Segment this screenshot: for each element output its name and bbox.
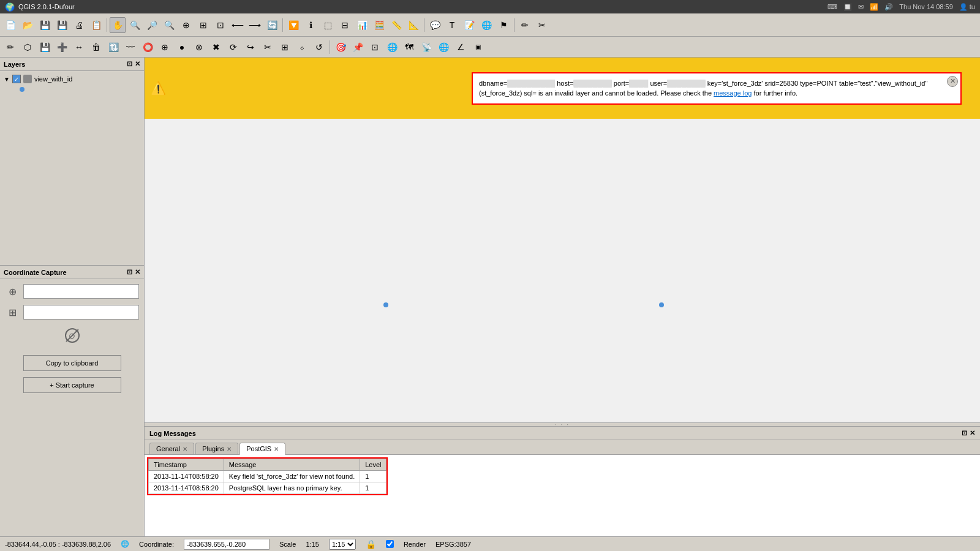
zoom-in-button[interactable]: 🔎: [144, 17, 160, 33]
delete-selected-button[interactable]: 🗑: [88, 39, 104, 55]
zoom-next-button[interactable]: ⟶: [247, 17, 263, 33]
layer-expand-arrow[interactable]: ▼: [4, 76, 10, 83]
form-annotation-button[interactable]: 📝: [461, 17, 477, 33]
log-messages-panel: Log Messages ⊡ ✕ General ✕ Plugins ✕ Pos…: [145, 426, 980, 536]
zoom-extent-button[interactable]: ⊕: [178, 17, 194, 33]
coord-input-2[interactable]: [23, 305, 139, 320]
start-capture-button[interactable]: + Start capture: [23, 377, 121, 393]
refresh-button[interactable]: 🔄: [264, 17, 280, 33]
offset-curve-button[interactable]: ↪: [243, 39, 258, 55]
rotate-feature-button[interactable]: 🔃: [105, 39, 121, 55]
reshape-button[interactable]: ⟳: [225, 39, 241, 55]
wkt-button[interactable]: 🌐: [384, 39, 400, 55]
split-button[interactable]: ✂: [260, 39, 276, 55]
delete-part-button[interactable]: ✖: [208, 39, 224, 55]
fieldcalc-button[interactable]: 🧮: [371, 17, 387, 33]
scale-select[interactable]: 1:15: [329, 539, 356, 550]
tab-postgis[interactable]: PostGIS ✕: [239, 443, 285, 455]
coordinate-capture-panel: Coordinate Capture ⊡ ✕ ⊕ ⊞ ⊘ Copy: [0, 266, 144, 536]
error-close-button[interactable]: ✕: [947, 76, 958, 87]
move-feature-button[interactable]: ↔: [71, 39, 87, 55]
add-feature-button[interactable]: ➕: [54, 39, 70, 55]
layer-checkbox[interactable]: ✓: [12, 75, 21, 83]
simplify-feature-button[interactable]: 〰: [123, 39, 138, 55]
save-button[interactable]: 💾: [37, 17, 53, 33]
log-close-icon[interactable]: ✕: [970, 429, 975, 437]
digitize-button[interactable]: ✏: [2, 39, 18, 55]
snap-button[interactable]: 🎯: [333, 39, 349, 55]
wkt2-button[interactable]: 🗺: [401, 39, 417, 55]
add-part-button[interactable]: ⊕: [157, 39, 173, 55]
svg-annotation-button[interactable]: ⚑: [496, 17, 511, 33]
html-annotation-button[interactable]: 🌐: [478, 17, 494, 33]
wifi-icon: 📶: [870, 3, 878, 11]
zoom-layer-button[interactable]: ⊞: [195, 17, 211, 33]
delete-ring-button[interactable]: ⊗: [191, 39, 207, 55]
layers-close-icon[interactable]: ✕: [135, 60, 140, 68]
status-coordinates: -833644.44,-0.05 : -833639.88,2.06: [5, 541, 111, 548]
georef-button[interactable]: 📡: [418, 39, 434, 55]
print-button[interactable]: 🖨: [71, 17, 87, 33]
label-button[interactable]: ▣: [470, 39, 486, 55]
coord-float-icon[interactable]: ⊡: [127, 268, 132, 276]
fill-ring-button[interactable]: ●: [174, 39, 190, 55]
annotation-button[interactable]: 💬: [427, 17, 443, 33]
composer-button[interactable]: 📋: [88, 17, 104, 33]
no-click-row: ⊘: [65, 328, 80, 343]
layers-float-icon[interactable]: ⊡: [127, 60, 132, 68]
rotate-point-button[interactable]: ↺: [311, 39, 327, 55]
copy-to-clipboard-button[interactable]: Copy to clipboard: [23, 355, 121, 371]
table-row: 2013-11-14T08:58:20 PostgreSQL layer has…: [149, 482, 386, 494]
open-button[interactable]: 📂: [20, 17, 36, 33]
angle-button[interactable]: ∠: [453, 39, 469, 55]
layers-header-icons: ⊡ ✕: [127, 60, 140, 68]
coord-input-1[interactable]: [23, 284, 139, 299]
attributes-button[interactable]: 📊: [354, 17, 370, 33]
text-annotation-button[interactable]: T: [444, 17, 460, 33]
save-as-button[interactable]: 💾: [54, 17, 70, 33]
measure-area-button[interactable]: 📐: [405, 17, 421, 33]
layer-name[interactable]: view_with_id: [34, 75, 72, 83]
measure-button[interactable]: 📏: [388, 17, 404, 33]
edit-button[interactable]: ✏: [517, 17, 533, 33]
edit-node-button[interactable]: ⬡: [20, 39, 36, 55]
zoom-out-button[interactable]: 🔍: [161, 17, 177, 33]
deselect-button[interactable]: ⊟: [337, 17, 353, 33]
filter-button[interactable]: 🔽: [285, 17, 301, 33]
cut-button[interactable]: ✂: [534, 17, 550, 33]
select-button[interactable]: ⬚: [320, 17, 336, 33]
new-button[interactable]: 📄: [2, 17, 18, 33]
scale-label: Scale: [279, 541, 296, 548]
log-float-icon[interactable]: ⊡: [962, 429, 967, 437]
add-ring-button[interactable]: ⭕: [140, 39, 156, 55]
tab-postgis-close[interactable]: ✕: [274, 446, 279, 452]
lock-icon[interactable]: 🔒: [366, 539, 376, 549]
coord-close-icon[interactable]: ✕: [135, 268, 140, 276]
merge-button[interactable]: ⊞: [277, 39, 293, 55]
left-panel: Layers ⊡ ✕ ▼ ✓ view_with_id: [0, 58, 145, 536]
tab-plugins[interactable]: Plugins ✕: [195, 443, 238, 454]
map-canvas[interactable]: [145, 119, 980, 422]
secondary-toolbar: ✏ ⬡ 💾 ➕ ↔ 🗑 🔃 〰 ⭕ ⊕ ● ⊗ ✖ ⟳ ↪ ✂ ⊞ ⬦ ↺ 🎯 …: [0, 37, 980, 58]
tab-general[interactable]: General ✕: [149, 443, 194, 454]
tab-plugins-close[interactable]: ✕: [227, 446, 232, 452]
col-timestamp: Timestamp: [149, 459, 224, 471]
snap-layer-button[interactable]: 📌: [350, 39, 366, 55]
message-log-link[interactable]: message log: [714, 89, 752, 97]
identify-button[interactable]: ℹ: [303, 17, 318, 33]
digitize-select-button[interactable]: ⊡: [367, 39, 383, 55]
zoom-last-button[interactable]: ⟵: [230, 17, 246, 33]
log-content: Timestamp Message Level 2013-11-14T08:58…: [145, 455, 980, 536]
save-edit-button[interactable]: 💾: [37, 39, 53, 55]
pan-button[interactable]: ✋: [110, 17, 126, 33]
node-tool-button[interactable]: ⬦: [294, 39, 310, 55]
crs-button[interactable]: 🌐: [435, 39, 451, 55]
mail-icon: ✉: [858, 3, 864, 11]
render-checkbox[interactable]: [386, 540, 394, 548]
coordinate-input[interactable]: [184, 539, 270, 550]
plus-icon: ⊕: [5, 284, 20, 299]
cell-message: Key field 'st_force_3dz' for view not fo…: [224, 471, 360, 482]
zoom-selection-button[interactable]: ⊡: [213, 17, 228, 33]
zoom-select-button[interactable]: 🔍: [127, 17, 143, 33]
tab-general-close[interactable]: ✕: [183, 446, 187, 452]
